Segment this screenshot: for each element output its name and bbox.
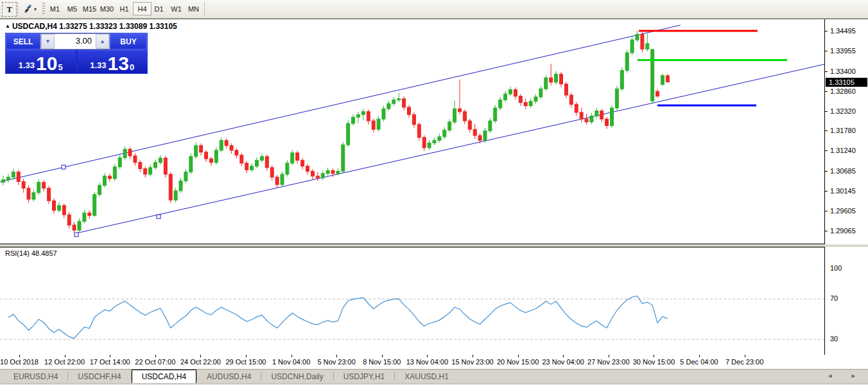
candle — [209, 159, 213, 163]
candle — [636, 34, 639, 40]
candle — [630, 40, 634, 53]
mt4-window: T M1M5M15M30H1H4D1W1MN ▲USDCAD,H4 1.3327… — [0, 0, 868, 385]
candle — [326, 170, 329, 174]
timeframe-button-h1[interactable]: H1 — [116, 2, 133, 15]
timeframe-button-m15[interactable]: M15 — [81, 2, 98, 15]
candle — [641, 34, 644, 49]
chart-tab-usdjpy[interactable]: USDJPY,H1 — [334, 370, 394, 384]
candle — [600, 111, 603, 120]
candle — [382, 109, 385, 119]
candle — [296, 153, 299, 160]
candle — [408, 107, 411, 114]
candle — [519, 96, 522, 103]
candle — [448, 122, 451, 130]
candle — [48, 188, 51, 201]
buy-quote[interactable]: 1.33130 — [78, 50, 148, 73]
chart-tab-usdcnh[interactable]: USDCNH,Daily — [261, 370, 333, 384]
candle — [473, 129, 476, 136]
time-axis[interactable]: 10 Oct 201812 Oct 22:0017 Oct 14:0022 Oc… — [0, 355, 868, 369]
candle — [550, 78, 553, 82]
candle — [651, 49, 654, 101]
timeframe-button-h4[interactable]: H4 — [133, 2, 152, 15]
sell-quote[interactable]: 1.33105 — [6, 50, 76, 73]
candle — [154, 163, 157, 168]
candle — [174, 191, 177, 200]
time-tick — [518, 355, 519, 357]
candle — [555, 74, 558, 82]
candle — [32, 193, 35, 199]
price-axis[interactable]: 1.344951.339551.334001.328601.323201.317… — [825, 19, 868, 244]
timeframe-button-mn[interactable]: MN — [185, 2, 202, 15]
volume-field[interactable]: 3.00 — [55, 34, 96, 49]
time-axis-label: 15 Nov 23:00 — [451, 358, 493, 366]
candle — [656, 91, 659, 96]
timeframe-button-m30[interactable]: M30 — [98, 2, 116, 15]
chart-tab-audusd[interactable]: AUDUSD,H4 — [197, 370, 261, 384]
channel-handle[interactable] — [157, 215, 161, 219]
chart-tab-usdcad[interactable]: USDCAD,H4 — [132, 370, 196, 384]
candle — [291, 153, 294, 163]
volume-increase-icon[interactable]: ▲ — [96, 34, 109, 49]
candle — [205, 152, 208, 159]
time-tick — [427, 355, 428, 357]
candle — [139, 163, 142, 169]
candle — [200, 145, 203, 152]
rsi-axis-label: 70 — [830, 294, 838, 302]
rsi-axis-label: 100 — [830, 264, 842, 272]
channel-handle[interactable] — [62, 165, 65, 169]
toolbar-grip[interactable] — [42, 3, 45, 15]
timeframe-button-m5[interactable]: M5 — [64, 2, 81, 15]
candle — [245, 163, 248, 170]
main-chart-plot[interactable]: ▲USDCAD,H4 1.33275 1.33323 1.33089 1.331… — [0, 19, 825, 244]
time-tick — [19, 355, 20, 357]
candle — [67, 215, 71, 225]
candle — [93, 195, 96, 216]
candle — [392, 100, 395, 103]
chart-tab-usdchf[interactable]: USDCHF,H4 — [68, 370, 130, 384]
timeframe-button-w1[interactable]: W1 — [168, 2, 185, 15]
buy-button[interactable]: BUY — [110, 33, 147, 49]
candle — [164, 158, 167, 174]
timeframe-button-d1[interactable]: D1 — [150, 2, 168, 15]
volume-decrease-icon[interactable]: ▼ — [41, 34, 55, 49]
candle — [357, 114, 360, 117]
candle — [605, 119, 609, 125]
chart-tab-eurusd[interactable]: EURUSD,H4 — [4, 370, 67, 384]
channel-handle[interactable] — [74, 233, 78, 237]
candle — [235, 150, 238, 155]
channel-lower[interactable] — [76, 64, 824, 233]
current-price-tag: 1.33105 — [826, 78, 867, 87]
candle — [301, 160, 304, 166]
timeframe-button-m1[interactable]: M1 — [46, 2, 64, 15]
time-tick — [382, 355, 383, 357]
candle — [646, 44, 649, 49]
rsi-panel[interactable]: RSI(14) 48.4857 — [0, 247, 825, 355]
time-tick — [745, 355, 745, 357]
time-tick — [155, 355, 156, 357]
candle — [352, 117, 355, 123]
collapse-triangle-icon[interactable]: ▲ — [5, 23, 10, 29]
time-axis-label: 8 Nov 15:00 — [363, 358, 401, 366]
candle — [83, 213, 86, 221]
candle — [625, 53, 629, 70]
time-axis-label: 5 Nov 23:00 — [318, 358, 356, 366]
candle — [123, 149, 126, 157]
rsi-chart — [0, 247, 824, 355]
price-axis-label: 1.33955 — [830, 47, 856, 55]
price-axis-label: 1.30145 — [830, 187, 856, 195]
candle — [240, 155, 243, 163]
price-tick — [825, 51, 828, 51]
candle — [53, 201, 56, 210]
time-axis-label: 17 Oct 14:00 — [90, 358, 130, 366]
time-axis-label: 20 Nov 15:00 — [497, 358, 539, 366]
candle — [311, 171, 314, 175]
time-tick — [65, 355, 65, 357]
candle — [265, 157, 268, 168]
time-axis-label: 27 Nov 23:00 — [587, 358, 629, 366]
price-axis-label: 1.32320 — [830, 107, 856, 115]
chart-tab-xauusd[interactable]: XAUUSD,H1 — [395, 370, 458, 384]
sell-button[interactable]: SELL — [6, 33, 40, 49]
tab-scroll-arrows[interactable]: ◂ ▸ — [828, 372, 864, 380]
text-tool-icon[interactable]: T — [2, 2, 17, 17]
arrows-tool-icon[interactable] — [20, 2, 40, 15]
